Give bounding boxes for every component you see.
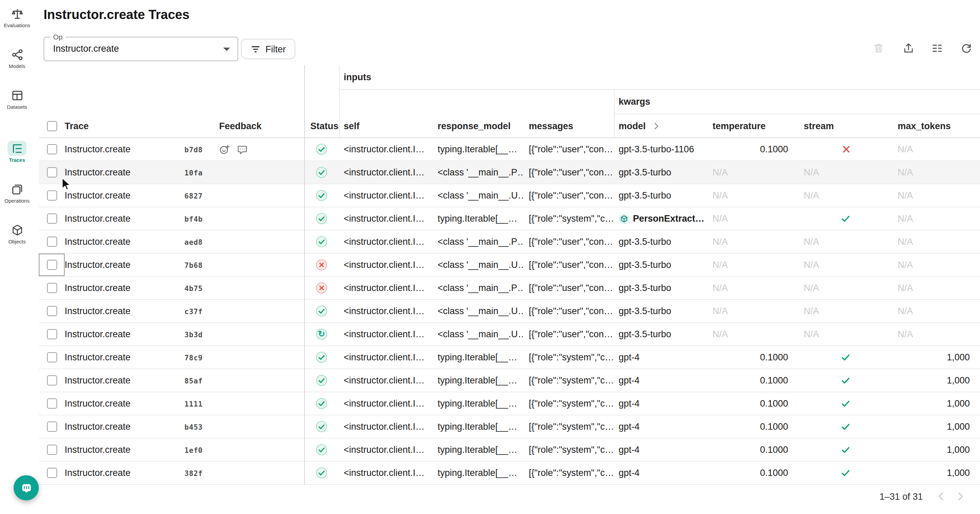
column-header-response-model[interactable]: response_model [433,114,524,137]
row-select-cell[interactable] [39,416,65,438]
trace-name[interactable]: Instructor.create [65,346,185,368]
table-row[interactable]: Instructor.create7b68<instructor.client.… [39,254,980,277]
na-value: N/A [804,306,819,316]
row-select-cell[interactable] [39,323,65,345]
sidebar-item-datasets[interactable]: Datasets [0,88,34,110]
stream-cell: N/A [799,161,893,184]
row-checkbox[interactable] [47,329,57,339]
trace-name[interactable]: Instructor.create [65,230,185,253]
feedback-cell [217,416,304,438]
column-header-model[interactable]: model [614,114,708,137]
row-checkbox[interactable] [47,214,57,224]
row-checkbox[interactable] [47,445,57,455]
sidebar-item-evaluations[interactable]: Evaluations [0,6,34,29]
row-checkbox[interactable] [47,144,57,154]
model-expand-chevron-icon[interactable] [653,122,659,130]
table-row[interactable]: Instructor.create1ef0<instructor.client.… [39,438,980,462]
comment-icon[interactable] [237,144,248,155]
trace-name[interactable]: Instructor.create [65,438,185,461]
row-select-cell[interactable] [39,184,65,207]
trace-name[interactable]: Instructor.create [65,300,185,322]
row-select-cell[interactable] [39,161,65,184]
trace-name[interactable]: Instructor.create [65,392,185,415]
select-all-checkbox[interactable] [47,121,57,131]
row-checkbox[interactable] [47,398,57,409]
column-header-temperature[interactable]: temperature [708,114,799,137]
temperature-cell: N/A [708,254,799,276]
row-select-cell[interactable] [39,300,65,322]
row-checkbox[interactable] [47,236,57,247]
prev-page-button[interactable] [932,487,950,505]
table-row[interactable]: Instructor.createaed8<instructor.client.… [39,230,980,254]
row-checkbox[interactable] [47,167,57,178]
table-row[interactable]: Instructor.createc37f<instructor.client.… [39,300,980,323]
table-row[interactable]: Instructor.create4b75<instructor.client.… [39,277,980,300]
sidebar-item-operations[interactable]: Operations [0,181,34,204]
row-checkbox[interactable] [47,375,57,386]
trace-id-value: 10fa [185,168,203,176]
messages-cell: [{"role":"system","c… [524,369,614,392]
row-checkbox[interactable] [47,190,57,201]
trace-name[interactable]: Instructor.create [65,462,185,484]
sidebar-item-traces[interactable]: Traces [0,141,34,163]
column-header-max-tokens[interactable]: max_tokens [893,114,980,137]
column-settings-button[interactable] [928,40,946,57]
table-row[interactable]: Instructor.createbf4b<instructor.client.… [39,207,980,230]
row-select-cell[interactable] [39,254,65,276]
column-header-stream[interactable]: stream [799,114,893,137]
table-row[interactable]: Instructor.createb453<instructor.client.… [39,416,980,438]
trace-name[interactable]: Instructor.create [65,138,185,160]
export-button[interactable] [900,40,917,57]
row-select-cell[interactable] [39,138,65,160]
sidebar-item-objects[interactable]: Objects [0,222,34,245]
row-checkbox[interactable] [47,352,57,362]
row-checkbox[interactable] [47,422,57,432]
table-row[interactable]: Instructor.create85af<instructor.client.… [39,369,980,392]
row-checkbox[interactable] [47,283,57,293]
row-select-cell[interactable] [39,230,65,253]
row-select-cell[interactable] [39,392,65,415]
row-checkbox[interactable] [47,260,57,270]
add-reaction-icon[interactable] [219,144,230,155]
trace-name[interactable]: Instructor.create [65,207,185,230]
row-checkbox[interactable] [47,306,57,316]
model-object-link[interactable]: PersonExtract… [633,214,705,224]
column-header-feedback[interactable]: Feedback [217,114,304,137]
row-select-cell[interactable] [39,438,65,461]
table-row[interactable]: Instructor.create382f<instructor.client.… [39,462,980,485]
table-row[interactable]: Instructor.create78c9<instructor.client.… [39,346,980,369]
table-row[interactable]: Instructor.createb7d8<instructor.client.… [39,138,980,161]
row-select-cell[interactable] [39,462,65,484]
filter-label: Filter [266,44,286,54]
table-row[interactable]: Instructor.create3b3d↻<instructor.client… [39,323,980,346]
next-page-button[interactable] [951,487,969,505]
sidebar-item-models[interactable]: Models [0,47,34,69]
temperature-value: 0.1000 [760,144,788,154]
trace-name[interactable]: Instructor.create [65,323,185,345]
column-header-self[interactable]: self [339,114,433,137]
row-select-cell[interactable] [39,277,65,299]
row-select-cell[interactable] [39,207,65,230]
trace-name[interactable]: Instructor.create [65,416,185,438]
column-header-trace[interactable]: Trace [65,114,185,137]
row-select-cell[interactable] [39,369,65,392]
table-row[interactable]: Instructor.create1111<instructor.client.… [39,392,980,416]
select-all-cell[interactable] [39,114,65,137]
table-row[interactable]: Instructor.create10fa<instructor.client.… [39,161,980,184]
trace-name[interactable]: Instructor.create [65,184,185,207]
row-select-cell[interactable] [39,346,65,368]
column-header-status[interactable]: Status [304,114,339,137]
refresh-button[interactable] [958,40,975,57]
table-row[interactable]: Instructor.create6827<instructor.client.… [39,184,980,207]
trace-name[interactable]: Instructor.create [65,369,185,392]
trace-name[interactable]: Instructor.create [65,277,185,299]
trace-name[interactable]: Instructor.create [65,161,185,184]
row-checkbox[interactable] [47,468,57,478]
intercom-button[interactable] [14,475,39,500]
filter-button[interactable]: Filter [241,39,295,59]
model-cell[interactable]: PersonExtract… [614,207,708,230]
op-select[interactable]: Op Instructor.create [43,37,238,61]
column-header-messages[interactable]: messages [524,114,614,137]
response-model-cell: typing.Iterable[__… [433,207,524,230]
trace-name[interactable]: Instructor.create [65,254,185,276]
